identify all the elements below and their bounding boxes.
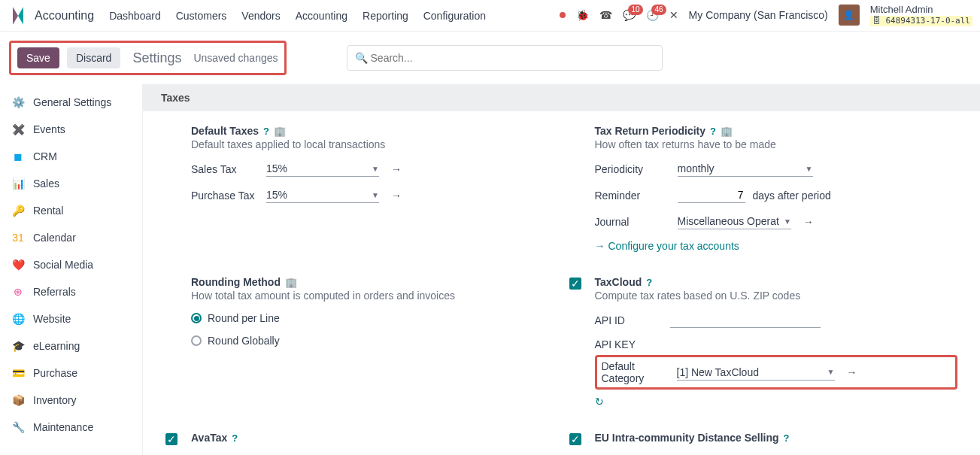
sidebar-item-social-media[interactable]: ❤️Social Media	[0, 251, 142, 278]
avatax-title: AvaTax	[191, 432, 227, 444]
avatax-checkbox[interactable]: ✓	[165, 433, 177, 445]
chevron-down-icon: ▼	[372, 191, 379, 199]
api-id-input[interactable]	[670, 312, 821, 328]
taxcloud-desc: Compute tax rates based on U.S. ZIP code…	[595, 290, 958, 302]
sidebar-icon: 📊	[11, 176, 26, 191]
sidebar-icon: 💳	[11, 366, 26, 381]
sidebar-item-rental[interactable]: 🔑Rental	[0, 197, 142, 224]
external-link-icon[interactable]: →	[391, 163, 402, 175]
default-category-select[interactable]: [1] New TaxCloud▼	[677, 365, 835, 381]
external-link-icon[interactable]: →	[847, 366, 857, 378]
api-key-label: API KEY	[595, 338, 663, 350]
help-icon[interactable]: ?	[710, 126, 716, 137]
top-nav: Dashboard Customers Vendors Accounting R…	[109, 10, 559, 22]
sidebar-label: Events	[33, 123, 65, 135]
nav-vendors[interactable]: Vendors	[241, 10, 280, 22]
chevron-down-icon: ▼	[827, 368, 835, 376]
topbar-right: 🐞 ☎ 💬10 🕘46 ✕ My Company (San Francisco)…	[560, 5, 972, 26]
round-per-line-radio[interactable]: Round per Line	[191, 312, 554, 324]
debug-icon[interactable]: 🐞	[576, 9, 589, 21]
sidebar-label: Website	[33, 313, 71, 325]
block-tax-return: Tax Return Periodicity ? 🏢 How often tax…	[569, 125, 958, 252]
nav-dashboard[interactable]: Dashboard	[109, 10, 161, 22]
journal-label: Journal	[595, 216, 670, 228]
block-taxcloud: ✓ TaxCloud ? Compute tax rates based on …	[569, 276, 958, 408]
purchase-tax-label: Purchase Tax	[191, 190, 259, 202]
chevron-down-icon: ▼	[806, 165, 813, 173]
nav-configuration[interactable]: Configuration	[423, 10, 486, 22]
section-header-taxes: Taxes	[143, 84, 980, 111]
default-category-highlight: Default Category [1] New TaxCloud▼ →	[595, 355, 958, 390]
configure-tax-accounts-link[interactable]: → Configure your tax accounts	[595, 240, 739, 252]
support-icon[interactable]: ☎	[599, 9, 612, 21]
reminder-suffix: days after period	[753, 190, 831, 202]
search-icon: 🔍	[355, 52, 368, 64]
sidebar-icon: 📦	[11, 393, 26, 408]
journal-select[interactable]: Miscellaneous Operat▼	[678, 214, 791, 229]
sidebar-icon: ⚙️	[11, 95, 26, 110]
activity-icon[interactable]: 🕘46	[646, 9, 659, 21]
default-category-label: Default Category	[602, 360, 669, 384]
cp-left-highlight: Save Discard Settings Unsaved changes	[9, 41, 287, 75]
round-globally-radio[interactable]: Round Globally	[191, 335, 554, 347]
sidebar-item-maintenance[interactable]: 🔧Maintenance	[0, 414, 142, 441]
help-icon[interactable]: ?	[784, 432, 790, 444]
sidebar-item-calendar[interactable]: 31Calendar	[0, 224, 142, 251]
settings-sidebar[interactable]: ⚙️General Settings✖️Events◼CRM📊Sales🔑Ren…	[0, 84, 143, 455]
tools-icon[interactable]: ✕	[669, 9, 678, 21]
chevron-down-icon: ▼	[372, 165, 379, 173]
search-box[interactable]: 🔍	[347, 45, 663, 71]
avatar[interactable]: 👤	[839, 5, 860, 26]
sidebar-item-purchase[interactable]: 💳Purchase	[0, 359, 142, 387]
search-input[interactable]	[368, 49, 654, 67]
periodicity-select[interactable]: monthly▼	[678, 161, 813, 177]
discard-button[interactable]: Discard	[67, 47, 120, 68]
sidebar-icon: 🌐	[11, 311, 26, 326]
company-switcher[interactable]: My Company (San Francisco)	[689, 9, 828, 21]
help-icon[interactable]: ?	[232, 432, 238, 444]
eu-distance-checkbox[interactable]: ✓	[569, 433, 581, 445]
taxcloud-title: TaxCloud	[595, 276, 642, 288]
company-icon: 🏢	[721, 126, 733, 137]
sync-icon[interactable]: ↻	[595, 396, 604, 408]
app-name[interactable]: Accounting	[35, 9, 94, 23]
nav-reporting[interactable]: Reporting	[363, 10, 408, 22]
sidebar-icon: 🔑	[11, 203, 26, 218]
settings-main[interactable]: Taxes Default Taxes ? 🏢 Default taxes ap…	[143, 84, 980, 455]
user-name: Mitchell Admin	[870, 5, 972, 15]
sidebar-item-sales[interactable]: 📊Sales	[0, 170, 142, 197]
nav-customers[interactable]: Customers	[176, 10, 227, 22]
sidebar-label: CRM	[33, 150, 57, 162]
sales-tax-label: Sales Tax	[191, 163, 259, 175]
unsaved-indicator: Unsaved changes	[193, 52, 278, 64]
messaging-icon[interactable]: 💬10	[623, 9, 636, 21]
sidebar-icon: ✖️	[11, 122, 26, 137]
radio-circle-icon	[191, 313, 202, 323]
nav-accounting[interactable]: Accounting	[296, 10, 347, 22]
sales-tax-select[interactable]: 15%▼	[266, 161, 379, 177]
arrow-icon: →	[595, 240, 605, 252]
company-icon: 🏢	[285, 277, 297, 288]
company-icon: 🏢	[274, 126, 286, 137]
reminder-input[interactable]	[678, 187, 745, 203]
default-taxes-desc: Default taxes applied to local transacti…	[191, 138, 554, 150]
save-button[interactable]: Save	[17, 47, 59, 68]
help-icon[interactable]: ?	[646, 277, 652, 288]
sidebar-item-crm[interactable]: ◼CRM	[0, 143, 142, 170]
sidebar-icon: ❤️	[11, 257, 26, 272]
external-link-icon[interactable]: →	[391, 190, 402, 202]
external-link-icon[interactable]: →	[803, 216, 814, 228]
help-icon[interactable]: ?	[263, 126, 269, 137]
periodicity-label: Periodicity	[595, 163, 670, 175]
taxcloud-checkbox[interactable]: ✓	[569, 278, 581, 290]
sidebar-item-website[interactable]: 🌐Website	[0, 305, 142, 332]
sidebar-item-general-settings[interactable]: ⚙️General Settings	[0, 89, 142, 116]
sidebar-item-inventory[interactable]: 📦Inventory	[0, 387, 142, 414]
purchase-tax-select[interactable]: 15%▼	[266, 187, 379, 203]
block-eu-distance: ✓ EU Intra-community Distance Selling ?	[569, 432, 958, 445]
sidebar-item-events[interactable]: ✖️Events	[0, 116, 142, 143]
sidebar-label: Calendar	[33, 232, 76, 244]
reminder-label: Reminder	[595, 190, 670, 202]
sidebar-item-referrals[interactable]: ⊛Referrals	[0, 278, 142, 305]
sidebar-item-elearning[interactable]: 🎓eLearning	[0, 332, 142, 359]
